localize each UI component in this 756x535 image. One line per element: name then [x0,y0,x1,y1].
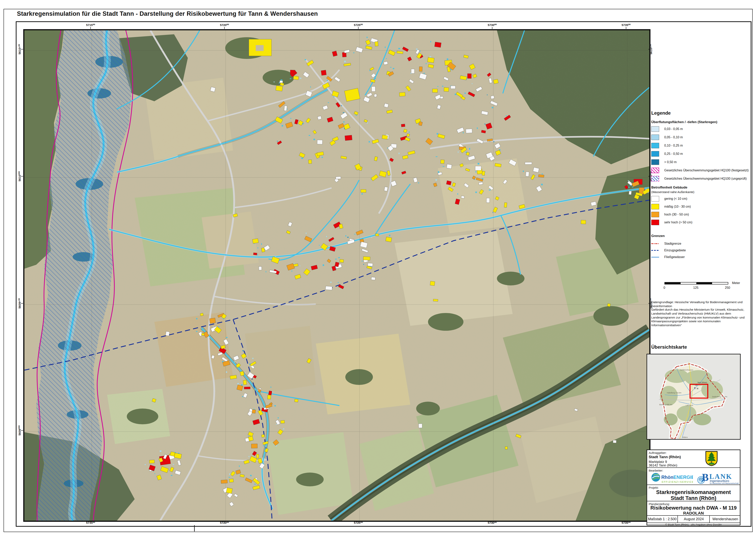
flood-depth-swatch-icon [651,143,659,148]
overview-place-label: Dadenberg 726.0m [712,396,727,398]
legend-item-sehr-hoch: sehr hoch (> 50 cm) [651,219,692,225]
hq100-festgesetzt-swatch-icon [651,168,659,173]
scale-label-250: 250 [725,286,730,290]
grid-label-top: 5735⁰⁰ [617,23,635,27]
overview-place-label: Hilders [682,436,688,438]
einzugsgebiete-line-icon [651,248,659,253]
rhoenenergie-logo: RhönENERGIE EFFIZIENZ+SERVICE [651,472,693,484]
legend-item-hq100-fest: Gesetzliches Überschwemmungsgebiet HQ100… [651,167,749,173]
aerial-map-canvas [24,30,649,521]
tann-coat-of-arms [705,451,717,466]
title-block: Auftraggeber: Stadt Tann (Rhön) Marktpla… [647,449,741,525]
funding-note: Gefördert durch das Hessische Ministeriu… [651,308,750,327]
building-risk-swatch-icon [651,212,659,217]
project-title-line1: Starkregenrisikomanagement [647,489,740,495]
copyright-text: © Stadt Tann (Rhön) - alle Angaben ohne … [647,523,740,526]
project-label: Projekt: [649,486,659,489]
plan-subtitle: RADOLAN [647,511,740,516]
flood-depth-swatch-icon [651,126,659,132]
legend-label: Gesetzliches Überschwemmungsgebiet HQ100… [664,169,749,172]
legend-buildings-subtitle: (Wasserstand nahe Außenkante) [651,190,694,194]
overview-place-label: Schlitzenhausen [680,369,693,371]
building-risk-swatch-icon [651,220,659,225]
editor-label: Bearbeiter: [649,469,663,472]
blank-ingenieurbuero-logo: B LANK Ingenieurbüro für Wasserbau und W… [697,471,739,484]
editor-row: Bearbeiter: RhönENERGIE EFFIZIENZ+SERVIC… [647,467,740,485]
legend-label: sehr hoch (> 50 cm) [664,221,692,224]
legend-buildings-title: Betroffenheit Gebäude [651,185,687,189]
copyright-row: © Stadt Tann (Rhön) - alle Angaben ohne … [647,522,740,526]
client-label: Auftraggeber: [649,451,667,454]
legend-label: gering (< 10 cm) [664,197,687,201]
overview-place-label: Lahrbach [686,405,693,407]
grid-label-top: 5715⁰⁰ [82,23,99,27]
legend-label: 0,03 - 0,05 m [664,127,683,131]
legend-label: Stadtgrenze [664,242,681,245]
legend-item-flood-4: 0,25 - 0,50 m [651,151,683,157]
legend-borders-title: Grenzen [651,234,665,238]
legend-label: 0,10 - 0,25 m [664,144,683,147]
fold-mark [194,525,195,531]
legend-item-hq100-ungeprueft: Gesetzliches Überschwemmungsgebiet HQ100… [651,176,747,182]
hq100-ungeprueft-swatch-icon [651,176,659,182]
legend-label: mäßig (10 - 30 cm) [664,205,691,209]
legend-header: Legende [651,110,671,116]
aerial-texture [24,30,649,521]
data-source-line: Datengrundlage: Hessische Verwaltung für… [651,300,750,308]
svg-text:RhönENERGIE: RhönENERGIE [661,474,693,480]
legend-item-gering: gering (< 10 cm) [651,196,687,202]
project-title-line2: Stadt Tann (Rhön) [647,495,740,501]
legend-item-maessig: mäßig (10 - 30 cm) [651,204,691,210]
scale-cell: Maßstab 1 : 2.500 [647,516,677,522]
legend-item-hoch: hoch (30 - 50 cm) [651,211,689,217]
date-cell: August 2024 [677,516,710,522]
legend-label: 0,25 - 0,50 m [664,152,683,155]
legend-flood-title: Überflutungsflächen / -tiefen (Starkrege… [651,120,717,124]
scale-label-0: 0 [663,286,665,290]
plan-title: Risikobewertung nach DWA - M 119 [647,505,740,511]
flood-depth-swatch-icon [651,151,659,156]
logo-text: ENERGIE [673,474,693,480]
overview-place-label: Habelberg 716.5m [667,392,681,394]
client-name: Stadt Tann (Rhön) [649,455,681,459]
legend-label: Fließgewässer [664,255,685,259]
legend-item-einzugsgebiete: Einzugsgebiete [651,247,686,253]
flood-depth-swatch-icon [651,159,659,165]
scale-label-125: 125 [693,286,698,290]
scale-bar [664,282,728,284]
legend-item-fliessgewaesser: Fließgewässer [651,254,685,260]
plan-row: Plandarstellung: Risikobewertung nach DW… [647,501,740,515]
client-city: 36142 Tann (Rhön) [649,464,677,467]
page-title: Starkregensimulation für die Stadt Tann … [17,10,318,17]
legend-item-flood-1: 0,03 - 0,05 m [651,126,683,132]
grid-label-top: 5725⁰⁰ [349,23,367,27]
legend-label: Einzugsgebiete [664,249,686,252]
legend-item-flood-2: 0,05 - 0,10 m [651,134,683,140]
overview-map: Schlitzenhausen Habelberg 716.5m Tann (R… [647,354,741,440]
fliessgewaesser-line-icon [651,254,659,260]
building-risk-swatch-icon [651,204,659,210]
client-street: Marktplatz 9 [649,460,667,464]
main-map [23,29,651,522]
logo-text: B [702,472,709,483]
sheet-cell: Wendershausen [709,516,741,522]
overview-place-label: Boxberg 685.4m [659,404,672,406]
flood-depth-swatch-icon [651,134,659,140]
legend-item-flood-5: > 0,50 m [651,159,677,165]
scale-unit-label: Meter [732,281,740,285]
meta-row: Maßstab 1 : 2.500 August 2024 Wendershau… [647,515,740,522]
building-risk-swatch-icon [651,196,659,202]
stadtgrenze-line-icon [651,241,659,246]
logo-text: Rhön [661,474,673,480]
legend-label: hoch (30 - 50 cm) [664,213,689,216]
legend-label: Gesetzliches Überschwemmungsgebiet HQ100… [664,177,747,181]
logo-subtext: Ingenieurbüro [710,479,729,483]
legend-item-flood-3: 0,10 - 0,25 m [651,143,683,149]
legend-label: > 0,50 m [664,160,677,164]
overview-map-header: Übersichtskarte [651,344,687,350]
project-row: Projekt: Starkregenrisikomanagement Stad… [647,485,740,501]
logo-subtext: für Wasserbau und Wasserwirtschaft [710,482,739,484]
grid-label-top: 5720⁰⁰ [216,23,233,27]
legend-item-stadtgrenze: Stadtgrenze [651,241,681,247]
client-row: Auftraggeber: Stadt Tann (Rhön) Marktpla… [647,450,740,467]
